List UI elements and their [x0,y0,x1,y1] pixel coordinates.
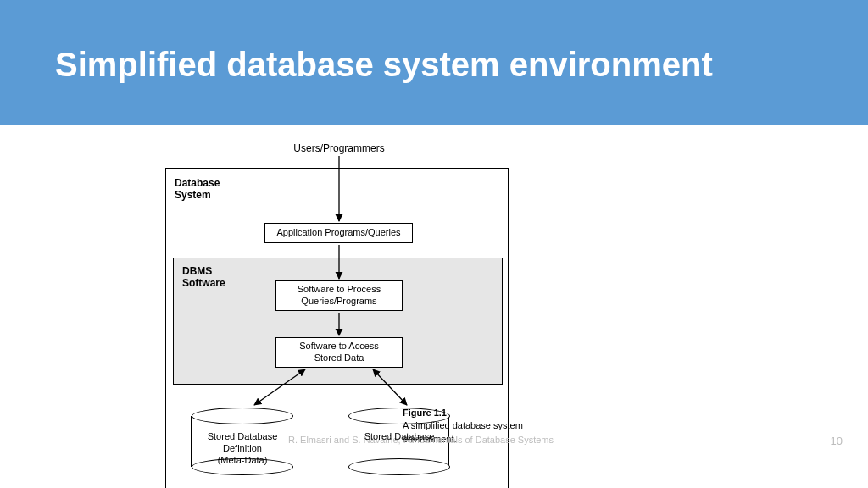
database-system-label: DatabaseSystem [175,177,220,202]
cylinder-meta-data-label: Stored DatabaseDefinition(Meta-Data) [192,431,293,466]
page-number: 10 [831,435,843,447]
users-label: Users/Programmers [254,142,424,154]
slide-header: Simplified database system environment [0,0,868,125]
dbms-software-label: DBMSSoftware [182,265,225,290]
slide-title: Simplified database system environment [55,44,713,85]
cylinder-meta-data: Stored DatabaseDefinition(Meta-Data) [191,416,292,467]
node-application-programs: Application Programs/Queries [264,223,413,243]
slide-content: Users/Programmers DatabaseSystem DBMSSof… [0,125,868,488]
figure-number: Figure 1.1 [403,408,447,418]
cylinder-stored-database-label: Stored Database [348,431,450,443]
node-process-queries: Software to ProcessQueries/Programs [275,280,403,311]
node-access-stored-data: Software to AccessStored Data [275,337,403,368]
